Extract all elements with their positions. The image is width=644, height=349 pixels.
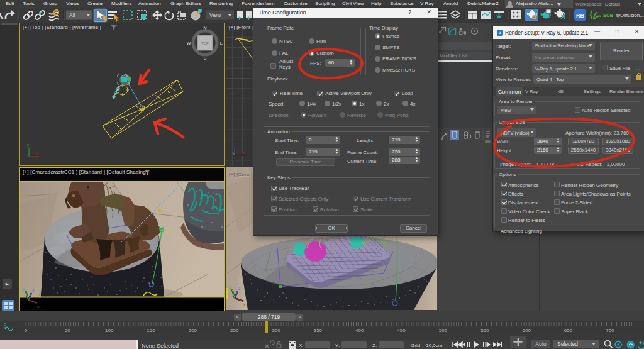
svg-text:350: 350: [314, 328, 323, 333]
svg-text:E: E: [220, 41, 223, 45]
svg-text:All: All: [69, 12, 75, 18]
svg-text:z: z: [32, 288, 35, 292]
svg-text:x: x: [36, 152, 39, 156]
svg-text:y: y: [229, 285, 231, 290]
svg-text:700: 700: [606, 328, 614, 333]
svg-text:z: z: [238, 286, 241, 291]
svg-text:RB: RB: [576, 13, 584, 19]
svg-text:100: 100: [105, 328, 114, 333]
svg-text:250: 250: [230, 328, 239, 333]
svg-text:400: 400: [355, 328, 364, 333]
svg-text:tyDiffusion...: tyDiffusion...: [616, 13, 644, 18]
svg-text:450: 450: [397, 328, 406, 333]
svg-text:650: 650: [564, 328, 573, 333]
svg-text:50: 50: [65, 328, 70, 333]
svg-text:600: 600: [523, 328, 531, 333]
svg-text:550: 550: [480, 328, 489, 333]
svg-text:x: x: [243, 302, 246, 307]
svg-text:500: 500: [439, 328, 448, 333]
svg-text:x: x: [242, 150, 245, 155]
svg-text:300: 300: [272, 328, 280, 333]
svg-text:S: S: [204, 56, 207, 60]
svg-text:y: y: [27, 143, 30, 148]
svg-text:y: y: [23, 287, 25, 292]
svg-text:z: z: [232, 141, 235, 146]
svg-text:x: x: [37, 304, 40, 309]
svg-text:N: N: [203, 26, 206, 30]
svg-text:W: W: [187, 41, 191, 45]
svg-text:SUB: SUB: [603, 13, 613, 18]
svg-text:0: 0: [25, 328, 28, 333]
svg-text:150: 150: [147, 328, 155, 333]
svg-text:View: View: [209, 12, 221, 18]
svg-text:TOP: TOP: [201, 42, 209, 45]
svg-text:200: 200: [189, 328, 197, 333]
